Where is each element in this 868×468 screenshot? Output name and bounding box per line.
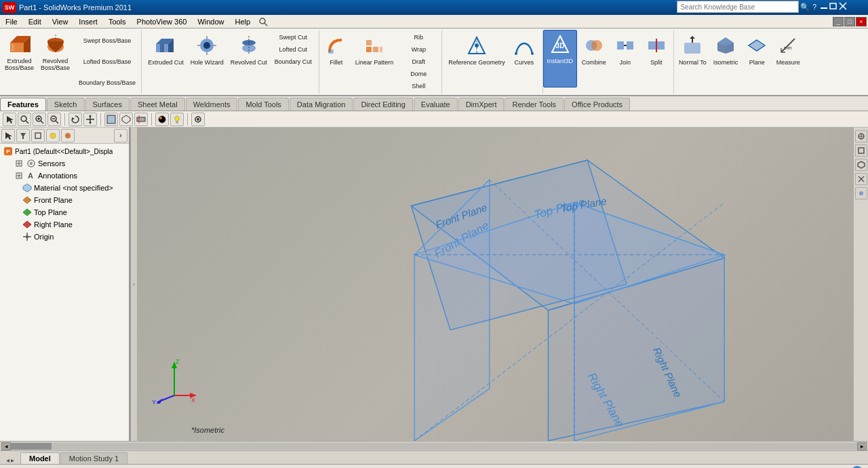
rt-view1[interactable] [855, 130, 867, 142]
opt-select[interactable] [3, 113, 16, 126]
tab-surfaces[interactable]: Surfaces [85, 98, 130, 111]
doc-close[interactable]: × [856, 17, 867, 26]
opt-pan[interactable] [83, 113, 97, 126]
menu-insert[interactable]: Insert [73, 15, 103, 28]
split-button[interactable]: Split [641, 31, 672, 89]
tab-mold-tools[interactable]: Mold Tools [238, 98, 288, 111]
rt-view3[interactable] [855, 159, 867, 171]
instant3d-button[interactable]: 3D Instant3D [543, 30, 577, 87]
shell-button[interactable]: Shell [398, 80, 439, 92]
tree-annotations[interactable]: A Annotations [0, 170, 129, 182]
help-icon[interactable]: ? [812, 3, 816, 11]
sidebar-highlight-btn[interactable] [46, 129, 60, 142]
sidebar-filter-btn[interactable] [16, 129, 30, 142]
draft-button[interactable]: Draft [398, 56, 439, 68]
isometric-button[interactable]: Isometric [710, 31, 742, 89]
tree-sensors[interactable]: Sensors [0, 157, 129, 170]
tab-scroll-right[interactable]: ▸ [11, 456, 14, 464]
opt-hide-show[interactable] [191, 113, 205, 126]
hole-wizard-button[interactable]: Hole Wizard [187, 31, 227, 89]
tab-data-migration[interactable]: Data Migration [290, 98, 353, 111]
window-restore[interactable] [829, 1, 838, 12]
lofted-cut-button[interactable]: Lofted Cut [272, 43, 315, 56]
menu-edit[interactable]: Edit [23, 15, 47, 28]
scroll-thumb[interactable] [11, 443, 52, 450]
reference-geometry-button[interactable]: Reference Geometry [445, 31, 509, 89]
menu-window[interactable]: Window [192, 15, 229, 28]
tab-scroll-left[interactable]: ◂ [6, 456, 9, 464]
sidebar-expand-btn[interactable]: › [114, 129, 127, 142]
fillet-button[interactable]: Fillet [321, 31, 352, 89]
tab-weldments[interactable]: Weldments [186, 98, 238, 111]
scroll-right-btn[interactable]: ▸ [857, 442, 867, 450]
tab-sketch[interactable]: Sketch [47, 98, 85, 111]
tree-root[interactable]: P Part1 (Default<<Default>_Displa [0, 145, 129, 157]
opt-display-mode[interactable] [104, 113, 118, 126]
rib-button[interactable]: Rib [398, 31, 439, 43]
tab-direct-editing[interactable]: Direct Editing [353, 98, 412, 111]
opt-appearance[interactable] [155, 113, 169, 126]
opt-lights[interactable] [170, 113, 184, 126]
help-bubble[interactable]: ? [852, 466, 863, 469]
opt-section[interactable] [134, 113, 148, 126]
normal-to-button[interactable]: Normal To [675, 31, 710, 89]
sidebar-move-btn[interactable] [31, 129, 45, 142]
tree-right-plane[interactable]: Right Plane [0, 218, 129, 231]
tree-front-plane[interactable]: Front Plane [0, 194, 129, 206]
opt-zoom-fit[interactable] [18, 113, 31, 126]
plane-button[interactable]: Plane [741, 31, 772, 89]
swept-boss-button[interactable]: Swept Boss/Base [76, 35, 138, 47]
tree-top-plane[interactable]: Top Plane [0, 206, 129, 218]
window-close[interactable] [838, 1, 848, 12]
boundary-boss-button[interactable]: Boundary Boss/Base [76, 77, 138, 89]
tab-render-tools[interactable]: Render Tools [505, 98, 564, 111]
opt-rotate[interactable] [68, 113, 82, 126]
tab-sheet-metal[interactable]: Sheet Metal [130, 98, 185, 111]
menu-photoview[interactable]: PhotoView 360 [132, 15, 193, 28]
dome-button[interactable]: Dome [398, 68, 439, 80]
window-minimize[interactable] [819, 1, 829, 12]
tree-origin[interactable]: Origin [0, 231, 129, 243]
menu-tools[interactable]: Tools [103, 15, 132, 28]
opt-zoom-in[interactable] [33, 113, 46, 126]
revolved-cut-button[interactable]: Revolved Cut [227, 31, 271, 89]
menu-help[interactable]: Help [230, 15, 256, 28]
boundary-cut-button[interactable]: Boundary Cut [272, 56, 315, 68]
linear-pattern-button[interactable]: Linear Pattern [352, 31, 397, 89]
opt-view-orient[interactable] [119, 113, 133, 126]
viewport[interactable]: Front Plane Top Plane Right Plane [137, 128, 868, 441]
tab-dimxpert[interactable]: DimXpert [458, 98, 505, 111]
scroll-left-btn[interactable]: ◂ [1, 442, 11, 450]
menu-view[interactable]: View [47, 15, 74, 28]
tree-material[interactable]: Material <not specified> [0, 182, 129, 194]
model-tab-motion-study-1[interactable]: Motion Study 1 [60, 452, 127, 464]
doc-minimize[interactable]: _ [833, 17, 844, 26]
combine-button[interactable]: Combine [578, 31, 610, 89]
menu-file[interactable]: File [0, 15, 23, 28]
tab-office-products[interactable]: Office Products [564, 98, 630, 111]
swept-cut-button[interactable]: Swept Cut [272, 31, 315, 43]
sidebar-appearance-btn[interactable] [61, 129, 75, 142]
tab-features[interactable]: Features [0, 98, 46, 111]
sidebar-select-btn[interactable] [1, 129, 15, 142]
h-scrollbar[interactable]: ◂ ▸ [0, 441, 868, 450]
opt-zoom-out[interactable] [47, 113, 61, 126]
rt-view2[interactable] [855, 144, 867, 157]
extruded-boss-button[interactable]: Extruded Boss/Base [1, 30, 37, 87]
measure-button[interactable]: mm Measure [772, 31, 804, 89]
options-bar [0, 111, 868, 128]
revolved-boss-button[interactable]: Revolved Boss/Base [37, 30, 73, 87]
search-input[interactable] [677, 1, 799, 13]
tab-evaluate[interactable]: Evaluate [414, 98, 458, 111]
join-button[interactable]: Join [610, 31, 641, 89]
doc-restore[interactable]: □ [844, 17, 855, 26]
scroll-track[interactable] [11, 443, 857, 450]
lofted-boss-button[interactable]: Lofted Boss/Base [76, 56, 138, 68]
rt-view4[interactable] [855, 173, 867, 185]
model-tab-model[interactable]: Model [20, 452, 60, 464]
rt-view5[interactable] [855, 187, 867, 199]
sidebar-collapse-handle[interactable]: ‹ [130, 128, 137, 441]
wrap-button[interactable]: Wrap [398, 43, 439, 56]
curves-button[interactable]: Curves [509, 31, 540, 89]
extruded-cut-button[interactable]: Extruded Cut [144, 31, 187, 89]
